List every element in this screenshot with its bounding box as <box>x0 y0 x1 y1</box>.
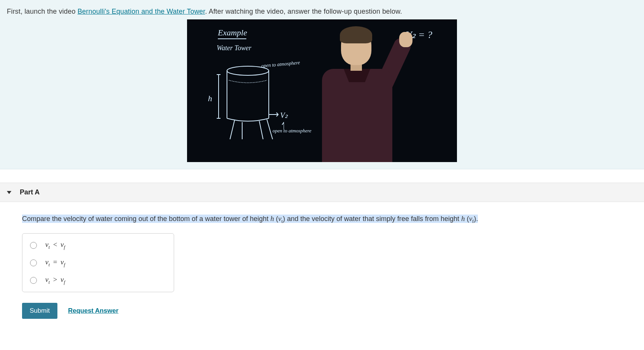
option-1-math: vt < vf <box>45 240 65 250</box>
q-h2: h <box>461 215 465 223</box>
q-h1: h <box>270 215 274 223</box>
radio-icon[interactable] <box>30 242 37 249</box>
tank-drawing <box>204 63 284 151</box>
video-link[interactable]: Bernoulli's Equation and the Water Tower <box>78 8 205 15</box>
option-2[interactable]: vt = vf <box>22 254 174 272</box>
video-thumb-container: Example Water Tower open to atmosphere h… <box>7 19 637 162</box>
option-2-math: vt = vf <box>45 258 65 268</box>
intro-prefix: First, launch the video <box>7 8 78 15</box>
part-title: Part A <box>20 188 40 196</box>
o3-ls: t <box>48 279 50 285</box>
board-title: Example <box>218 28 247 38</box>
submit-button[interactable]: Submit <box>22 303 57 319</box>
spacer <box>0 169 644 183</box>
question-text: Compare the velocity of water coming out… <box>22 215 478 223</box>
o1-rs: f <box>64 244 65 250</box>
collapse-caret-icon[interactable] <box>7 191 11 194</box>
board-subtitle: Water Tower <box>217 44 251 52</box>
svg-line-9 <box>267 119 273 139</box>
radio-icon[interactable] <box>30 277 37 284</box>
part-header: Part A <box>0 183 644 202</box>
o3-rv: v <box>60 275 63 283</box>
o2-rv: v <box>60 258 63 266</box>
options-box: vt < vf vt = vf vt > vf <box>22 233 174 292</box>
o1-ls: t <box>48 244 50 250</box>
q-seg2: ( <box>274 215 278 223</box>
o3-op: > <box>52 275 59 283</box>
o2-rs: f <box>64 262 65 267</box>
option-3[interactable]: vt > vf <box>22 272 174 289</box>
o2-op: = <box>52 258 59 266</box>
instructor-figure <box>318 25 406 162</box>
q-vf-var: v <box>469 215 472 223</box>
svg-line-6 <box>230 120 235 139</box>
q-seg1: Compare the velocity of water coming out… <box>22 215 270 223</box>
q-seg5: ). <box>474 215 478 223</box>
intro-suffix: . After watching the video, answer the f… <box>205 8 402 15</box>
intro-section: First, launch the video Bernoulli's Equa… <box>0 0 644 169</box>
o2-ls: t <box>48 262 50 267</box>
svg-line-8 <box>259 121 263 139</box>
request-answer-link[interactable]: Request Answer <box>68 307 119 315</box>
board-title-underline <box>218 38 246 39</box>
svg-point-0 <box>227 66 269 75</box>
question-body: Compare the velocity of water coming out… <box>0 202 644 330</box>
q-seg3: ) and the velocity of water that simply … <box>283 215 461 223</box>
q-seg4: ( <box>465 215 469 223</box>
o1-rv: v <box>60 240 63 248</box>
radio-icon[interactable] <box>30 259 37 266</box>
o1-op: < <box>52 240 59 248</box>
option-1[interactable]: vt < vf <box>22 237 174 254</box>
intro-text: First, launch the video Bernoulli's Equa… <box>7 8 637 16</box>
video-thumbnail[interactable]: Example Water Tower open to atmosphere h… <box>187 19 457 162</box>
option-3-math: vt > vf <box>45 275 65 285</box>
actions-row: Submit Request Answer <box>22 303 622 319</box>
o3-rs: f <box>64 279 65 285</box>
